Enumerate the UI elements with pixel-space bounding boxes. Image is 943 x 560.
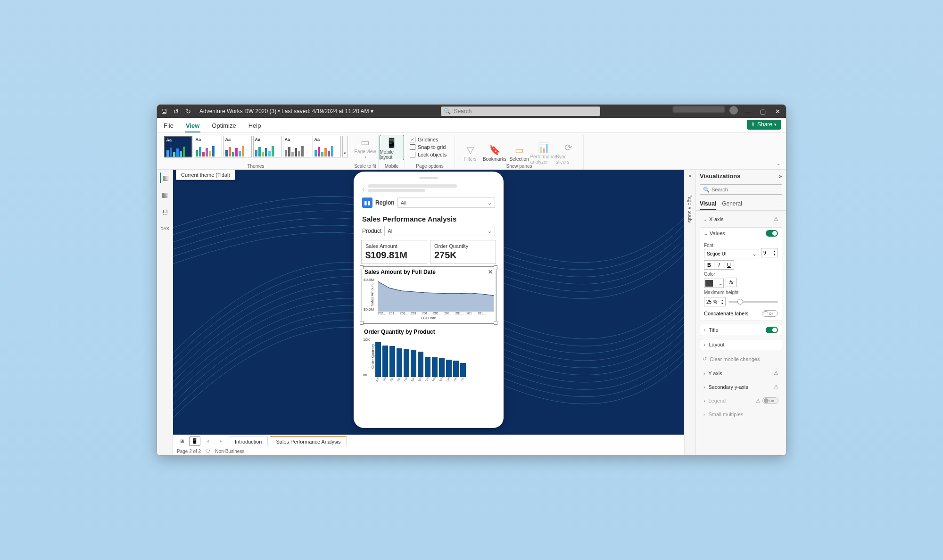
title-toggle[interactable] (766, 327, 778, 333)
redo-icon[interactable]: ↻ (184, 107, 192, 115)
bold-button[interactable]: B (704, 260, 714, 270)
kpi-card-orders[interactable]: Order Quantity 275K (430, 240, 496, 264)
bar-chart-visual[interactable]: Order Quantity by Product Order Quantity… (361, 327, 496, 387)
theme-thumb-4[interactable]: Aa (253, 136, 281, 157)
ribbon-collapse-icon[interactable]: ⌃ (777, 163, 780, 168)
page-visuals-label: Page visuals (687, 193, 693, 222)
legend-section-header[interactable]: › Legend ⚠Off (700, 395, 782, 406)
dax-view-icon[interactable]: DAX (160, 223, 170, 234)
filters-pane-button[interactable]: ▽Filters (458, 142, 482, 162)
perf-analyzer-button[interactable]: 📊Performance analyzer (531, 140, 556, 165)
bar[interactable] (389, 346, 395, 377)
area-chart-visual[interactable]: Sales Amount by Full Date✕ Sales Amount … (361, 267, 496, 323)
model-view-icon[interactable]: ⿻ (160, 206, 170, 217)
themes-dropdown[interactable]: ▾ (342, 136, 348, 157)
search-input[interactable] (454, 108, 597, 115)
selection-pane-button[interactable]: ▭Selection (507, 142, 531, 162)
viz-search-input[interactable] (711, 187, 779, 192)
phone-speaker (419, 177, 438, 179)
kpi-card-sales[interactable]: Sales Amount $109.81M (361, 240, 427, 264)
bar[interactable] (375, 342, 381, 377)
secondary-yaxis-section-header[interactable]: › Secondary y-axis ⚠ (700, 381, 782, 392)
tab-visual[interactable]: Visual (700, 198, 716, 210)
collapse-chevron-icon[interactable]: « (688, 173, 692, 179)
showpanes-group-label: Show panes (455, 164, 583, 169)
theme-thumb-tidal[interactable]: Aa (164, 136, 192, 157)
page-tab-sales[interactable]: Sales Performance Analysis (270, 436, 347, 446)
sync-slicers-button[interactable]: ⟳Sync slicers (556, 140, 580, 165)
page-view-button[interactable]: ▭ Page view▾ (353, 135, 378, 159)
underline-button[interactable]: U (724, 260, 734, 270)
kpi-label: Order Quantity (434, 243, 492, 249)
theme-thumb-6[interactable]: Aa (313, 136, 341, 157)
snap-checkbox[interactable]: Snap to grid (410, 144, 446, 150)
undo-icon[interactable]: ↺ (172, 107, 180, 115)
report-canvas[interactable]: Current theme (Tidal) (173, 170, 684, 435)
theme-thumb-3[interactable]: Aa (223, 136, 252, 157)
menu-optimize[interactable]: Optimize (211, 119, 237, 132)
font-family-dropdown[interactable]: Segoe UI⌄ (704, 249, 759, 258)
fx-button[interactable]: fx (726, 278, 737, 287)
small-multiples-section-header[interactable]: › Small multiples (700, 409, 782, 420)
menu-help[interactable]: Help (248, 119, 262, 132)
lock-checkbox[interactable]: Lock objects (410, 152, 447, 157)
close-button[interactable]: ✕ (773, 106, 783, 116)
product-dropdown[interactable]: All⌄ (384, 226, 495, 236)
values-section-header[interactable]: ⌄Values (700, 228, 782, 239)
theme-thumb-2[interactable]: Aa (194, 136, 222, 157)
yaxis-section-header[interactable]: › Y-axis ⚠ (700, 368, 782, 379)
menu-view[interactable]: View (185, 119, 200, 132)
font-label: Font (704, 243, 778, 248)
region-dropdown[interactable]: All⌄ (397, 198, 495, 208)
report-view-icon[interactable]: ▥ (160, 173, 170, 183)
menu-file[interactable]: File (163, 119, 174, 132)
bar[interactable] (404, 349, 409, 377)
bar[interactable] (418, 352, 423, 377)
concat-toggle[interactable]: Off (762, 310, 778, 317)
desktop-layout-icon[interactable]: 🖥 (176, 436, 187, 446)
maxheight-input[interactable]: 25 %▴▾ (704, 297, 726, 306)
more-options-icon[interactable]: ⋯ (777, 198, 782, 210)
tab-general[interactable]: General (722, 198, 742, 210)
bookmarks-pane-button[interactable]: 🔖Bookmarks (482, 142, 507, 162)
page-tab-introduction[interactable]: Introduction (229, 436, 268, 446)
expand-pane-icon[interactable]: » (779, 173, 782, 180)
maximize-button[interactable]: ▢ (758, 106, 768, 116)
avatar[interactable] (729, 106, 738, 115)
viz-search[interactable]: 🔍 (700, 184, 782, 195)
chevron-down-icon: ⌄ (488, 228, 492, 234)
bar[interactable] (397, 348, 402, 377)
prev-page-icon[interactable]: ◂ (202, 436, 214, 446)
bookmark-icon: 🔖 (489, 144, 501, 156)
layout-section-header[interactable]: › Layout (700, 339, 782, 350)
xaxis-section-header[interactable]: ⌄X-axis ⚠ (700, 214, 782, 224)
next-page-icon[interactable]: ▸ (215, 436, 227, 446)
minimize-button[interactable]: — (743, 106, 753, 116)
italic-button[interactable]: I (714, 260, 724, 270)
save-icon[interactable]: 🖫 (160, 107, 167, 115)
sync-icon: ⟳ (564, 142, 572, 153)
bar[interactable] (411, 350, 416, 377)
chart-type-icon[interactable]: ▮▮ (362, 198, 372, 208)
maxheight-slider[interactable] (728, 301, 778, 303)
mobile-layout-icon[interactable]: 📱 (189, 436, 200, 446)
legend-toggle[interactable]: Off (762, 397, 778, 404)
concat-label: Concatenate labels (704, 311, 748, 316)
font-size-input[interactable]: 9▴▾ (761, 248, 778, 257)
bar[interactable] (382, 346, 388, 377)
share-button[interactable]: ⇪ Share ▾ (747, 120, 781, 130)
page-visuals-collapsed-pane[interactable]: « Page visuals (684, 170, 695, 455)
table-view-icon[interactable]: ▦ (160, 189, 170, 200)
global-search[interactable]: 🔍 (441, 107, 600, 116)
ribbon: Aa Aa Aa Aa Aa Aa ▾ Themes ▭ Page view▾ … (157, 133, 786, 170)
values-toggle[interactable] (766, 230, 778, 237)
phone-back-icon[interactable]: ‹ (362, 185, 364, 193)
gridlines-checkbox[interactable]: Gridlines (410, 137, 438, 142)
theme-thumb-5[interactable]: Aa (283, 136, 311, 157)
color-picker[interactable]: ⌄ (704, 279, 724, 288)
title-section-header[interactable]: › Title (700, 324, 782, 336)
clear-mobile-changes[interactable]: ↺Clear mobile changes (699, 353, 783, 365)
remove-visual-icon[interactable]: ✕ (488, 269, 493, 275)
mobile-preview-phone: ‹ ▮▮ Region All⌄ Sales Performance Analy… (354, 172, 504, 428)
mobile-layout-button[interactable]: 📱 Mobile layout (380, 135, 404, 160)
